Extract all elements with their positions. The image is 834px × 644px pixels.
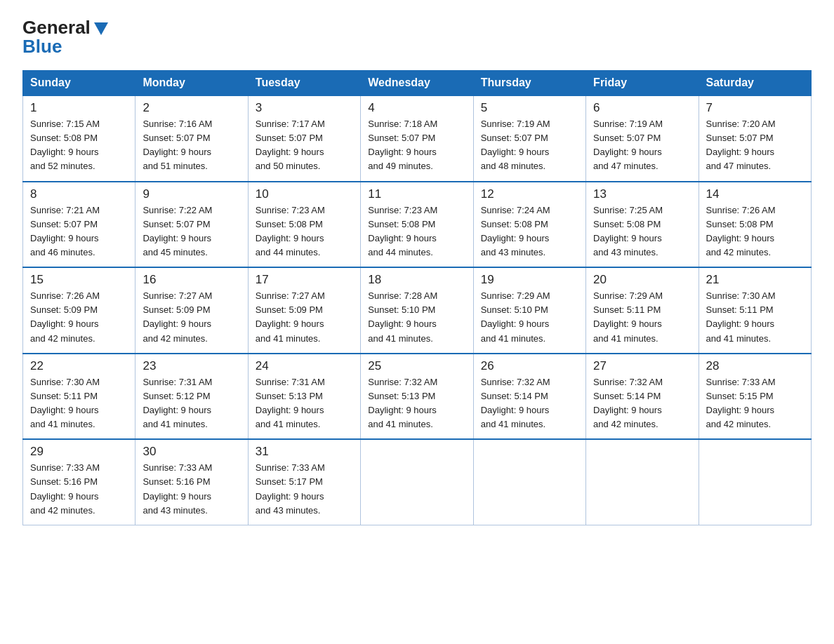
day-info: Sunrise: 7:29 AMSunset: 5:11 PMDaylight:…: [593, 289, 691, 346]
weekday-header-friday: Friday: [586, 71, 699, 96]
day-info: Sunrise: 7:28 AMSunset: 5:10 PMDaylight:…: [368, 289, 465, 346]
calendar-empty-cell: [361, 439, 473, 525]
weekday-header-saturday: Saturday: [699, 71, 811, 96]
calendar-day-cell: 18 Sunrise: 7:28 AMSunset: 5:10 PMDaylig…: [361, 267, 473, 354]
calendar-day-cell: 29 Sunrise: 7:33 AMSunset: 5:16 PMDaylig…: [23, 439, 135, 525]
calendar-day-cell: 13 Sunrise: 7:25 AMSunset: 5:08 PMDaylig…: [586, 182, 699, 268]
day-number: 12: [481, 187, 578, 201]
calendar-day-cell: 12 Sunrise: 7:24 AMSunset: 5:08 PMDaylig…: [473, 182, 585, 268]
page-header: General Blue: [22, 17, 812, 58]
day-number: 24: [256, 359, 353, 373]
day-info: Sunrise: 7:32 AMSunset: 5:14 PMDaylight:…: [481, 375, 578, 432]
day-number: 21: [706, 273, 804, 287]
day-number: 31: [256, 445, 353, 459]
calendar-day-cell: 25 Sunrise: 7:32 AMSunset: 5:13 PMDaylig…: [361, 354, 473, 440]
calendar-day-cell: 24 Sunrise: 7:31 AMSunset: 5:13 PMDaylig…: [248, 354, 360, 440]
calendar-day-cell: 2 Sunrise: 7:16 AMSunset: 5:07 PMDayligh…: [135, 95, 248, 182]
day-number: 11: [368, 187, 465, 201]
calendar-header: SundayMondayTuesdayWednesdayThursdayFrid…: [23, 71, 812, 96]
day-info: Sunrise: 7:25 AMSunset: 5:08 PMDaylight:…: [593, 203, 691, 260]
day-number: 20: [593, 273, 691, 287]
day-number: 8: [30, 187, 128, 201]
calendar-day-cell: 15 Sunrise: 7:26 AMSunset: 5:09 PMDaylig…: [23, 267, 135, 354]
day-number: 29: [30, 445, 128, 459]
calendar-day-cell: 19 Sunrise: 7:29 AMSunset: 5:10 PMDaylig…: [473, 267, 585, 354]
calendar-body: 1 Sunrise: 7:15 AMSunset: 5:08 PMDayligh…: [23, 95, 812, 525]
day-number: 17: [256, 273, 353, 287]
day-info: Sunrise: 7:23 AMSunset: 5:08 PMDaylight:…: [368, 203, 465, 260]
logo-triangle-icon: [92, 21, 110, 36]
calendar-day-cell: 20 Sunrise: 7:29 AMSunset: 5:11 PMDaylig…: [586, 267, 699, 354]
day-info: Sunrise: 7:31 AMSunset: 5:12 PMDaylight:…: [143, 375, 240, 432]
calendar-day-cell: 23 Sunrise: 7:31 AMSunset: 5:12 PMDaylig…: [135, 354, 248, 440]
calendar-day-cell: 9 Sunrise: 7:22 AMSunset: 5:07 PMDayligh…: [135, 182, 248, 268]
day-info: Sunrise: 7:15 AMSunset: 5:08 PMDaylight:…: [30, 117, 128, 174]
weekday-header-thursday: Thursday: [473, 71, 585, 96]
day-info: Sunrise: 7:17 AMSunset: 5:07 PMDaylight:…: [256, 117, 353, 174]
calendar-week-row: 29 Sunrise: 7:33 AMSunset: 5:16 PMDaylig…: [23, 439, 812, 525]
day-info: Sunrise: 7:31 AMSunset: 5:13 PMDaylight:…: [256, 375, 353, 432]
day-info: Sunrise: 7:26 AMSunset: 5:09 PMDaylight:…: [30, 289, 128, 346]
day-info: Sunrise: 7:22 AMSunset: 5:07 PMDaylight:…: [143, 203, 240, 260]
calendar-day-cell: 31 Sunrise: 7:33 AMSunset: 5:17 PMDaylig…: [248, 439, 360, 525]
weekday-header-monday: Monday: [135, 71, 248, 96]
calendar-day-cell: 6 Sunrise: 7:19 AMSunset: 5:07 PMDayligh…: [586, 95, 699, 182]
day-number: 23: [143, 359, 240, 373]
calendar-day-cell: 21 Sunrise: 7:30 AMSunset: 5:11 PMDaylig…: [699, 267, 811, 354]
day-number: 9: [143, 187, 240, 201]
day-info: Sunrise: 7:27 AMSunset: 5:09 PMDaylight:…: [256, 289, 353, 346]
calendar-day-cell: 8 Sunrise: 7:21 AMSunset: 5:07 PMDayligh…: [23, 182, 135, 268]
calendar-day-cell: 4 Sunrise: 7:18 AMSunset: 5:07 PMDayligh…: [361, 95, 473, 182]
day-info: Sunrise: 7:24 AMSunset: 5:08 PMDaylight:…: [481, 203, 578, 260]
calendar-day-cell: 30 Sunrise: 7:33 AMSunset: 5:16 PMDaylig…: [135, 439, 248, 525]
day-info: Sunrise: 7:29 AMSunset: 5:10 PMDaylight:…: [481, 289, 578, 346]
calendar-week-row: 15 Sunrise: 7:26 AMSunset: 5:09 PMDaylig…: [23, 267, 812, 354]
day-number: 16: [143, 273, 240, 287]
weekday-header-sunday: Sunday: [23, 71, 135, 96]
weekday-header-wednesday: Wednesday: [361, 71, 473, 96]
logo: General Blue: [22, 17, 110, 58]
day-info: Sunrise: 7:33 AMSunset: 5:15 PMDaylight:…: [706, 375, 804, 432]
day-info: Sunrise: 7:16 AMSunset: 5:07 PMDaylight:…: [143, 117, 240, 174]
calendar-empty-cell: [699, 439, 811, 525]
weekday-header-tuesday: Tuesday: [248, 71, 360, 96]
day-number: 19: [481, 273, 578, 287]
calendar-week-row: 22 Sunrise: 7:30 AMSunset: 5:11 PMDaylig…: [23, 354, 812, 440]
calendar-day-cell: 5 Sunrise: 7:19 AMSunset: 5:07 PMDayligh…: [473, 95, 585, 182]
day-number: 5: [481, 101, 578, 115]
day-info: Sunrise: 7:23 AMSunset: 5:08 PMDaylight:…: [256, 203, 353, 260]
day-info: Sunrise: 7:30 AMSunset: 5:11 PMDaylight:…: [30, 375, 128, 432]
day-info: Sunrise: 7:33 AMSunset: 5:16 PMDaylight:…: [143, 461, 240, 518]
day-number: 22: [30, 359, 128, 373]
calendar-day-cell: 22 Sunrise: 7:30 AMSunset: 5:11 PMDaylig…: [23, 354, 135, 440]
day-number: 1: [30, 101, 128, 115]
day-info: Sunrise: 7:18 AMSunset: 5:07 PMDaylight:…: [368, 117, 465, 174]
day-number: 18: [368, 273, 465, 287]
calendar-day-cell: 14 Sunrise: 7:26 AMSunset: 5:08 PMDaylig…: [699, 182, 811, 268]
weekday-header-row: SundayMondayTuesdayWednesdayThursdayFrid…: [23, 71, 812, 96]
calendar-day-cell: 26 Sunrise: 7:32 AMSunset: 5:14 PMDaylig…: [473, 354, 585, 440]
calendar-week-row: 1 Sunrise: 7:15 AMSunset: 5:08 PMDayligh…: [23, 95, 812, 182]
svg-marker-0: [94, 22, 108, 35]
calendar-day-cell: 10 Sunrise: 7:23 AMSunset: 5:08 PMDaylig…: [248, 182, 360, 268]
day-number: 28: [706, 359, 804, 373]
day-info: Sunrise: 7:30 AMSunset: 5:11 PMDaylight:…: [706, 289, 804, 346]
day-number: 26: [481, 359, 578, 373]
day-number: 27: [593, 359, 691, 373]
day-info: Sunrise: 7:27 AMSunset: 5:09 PMDaylight:…: [143, 289, 240, 346]
day-info: Sunrise: 7:21 AMSunset: 5:07 PMDaylight:…: [30, 203, 128, 260]
calendar-day-cell: 11 Sunrise: 7:23 AMSunset: 5:08 PMDaylig…: [361, 182, 473, 268]
day-number: 15: [30, 273, 128, 287]
day-info: Sunrise: 7:20 AMSunset: 5:07 PMDaylight:…: [706, 117, 804, 174]
day-number: 6: [593, 101, 691, 115]
day-number: 7: [706, 101, 804, 115]
day-number: 30: [143, 445, 240, 459]
day-number: 3: [256, 101, 353, 115]
day-number: 13: [593, 187, 691, 201]
calendar-day-cell: 7 Sunrise: 7:20 AMSunset: 5:07 PMDayligh…: [699, 95, 811, 182]
calendar-day-cell: 1 Sunrise: 7:15 AMSunset: 5:08 PMDayligh…: [23, 95, 135, 182]
day-info: Sunrise: 7:26 AMSunset: 5:08 PMDaylight:…: [706, 203, 804, 260]
day-info: Sunrise: 7:32 AMSunset: 5:13 PMDaylight:…: [368, 375, 465, 432]
day-number: 25: [368, 359, 465, 373]
logo-blue: Blue: [22, 36, 62, 58]
